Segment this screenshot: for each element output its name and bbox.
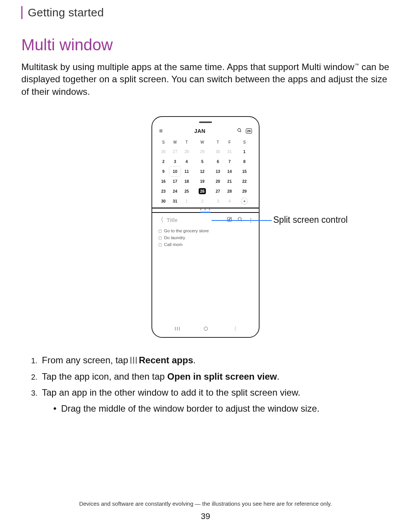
intro-paragraph: Multitask by using multiple apps at the … [21, 61, 390, 98]
recents-nav-icon[interactable] [174, 326, 180, 332]
calendar-day[interactable]: 2 [158, 157, 169, 166]
calendar-dow: W [193, 138, 212, 147]
split-handle-icon: • • • [200, 209, 211, 211]
calendar-day[interactable]: 25 [181, 186, 193, 196]
page-number: 39 [0, 511, 411, 521]
intro-pre: Multitask by using multiple apps at the … [21, 62, 354, 72]
notes-app: 〈 Title ⋮ Go to the grocery storeDo laun… [155, 213, 256, 323]
calendar-day[interactable]: 3 [212, 196, 224, 206]
system-navbar: 〈 [155, 323, 256, 334]
section-header: Getting started [21, 6, 390, 19]
calendar-day[interactable]: 21 [224, 176, 236, 186]
calendar-day[interactable]: 1 [236, 147, 254, 157]
phone-mockup: ≡ JAN 26 SMTWTFS 26272829303112345678910… [151, 116, 260, 338]
step-1: From any screen, tapRecent apps. [40, 353, 390, 367]
calendar-day[interactable]: 28 [181, 147, 193, 157]
recent-apps-icon [130, 356, 137, 364]
calendar-day[interactable]: 4 [224, 196, 236, 206]
calendar-day[interactable]: 31 [169, 196, 181, 206]
step-2: Tap the app icon, and then tap Open in s… [40, 369, 390, 384]
calendar-dow: M [169, 138, 181, 147]
calendar-day[interactable]: 28 [224, 186, 236, 196]
calendar-day[interactable]: 6 [212, 157, 224, 166]
footer-disclaimer: Devices and software are constantly evol… [0, 500, 411, 507]
calendar-dow: F [224, 138, 236, 147]
calendar-day[interactable]: 16 [158, 176, 169, 186]
calendar-day[interactable]: 23 [158, 186, 169, 196]
calendar-day[interactable]: 24 [169, 186, 181, 196]
svg-line-1 [240, 131, 241, 132]
calendar-day[interactable]: 18 [181, 176, 193, 186]
calendar-day[interactable]: 20 [212, 176, 224, 186]
note-checklist: Go to the grocery storeDo laundryCall mo… [158, 226, 253, 249]
calendar-day[interactable]: 12 [193, 166, 212, 176]
page-title: Multi window [21, 36, 390, 54]
calendar-day[interactable]: 27 [212, 186, 224, 196]
calendar-dow: T [212, 138, 224, 147]
calendar-dow: S [158, 138, 169, 147]
calendar-day[interactable]: 4 [181, 157, 193, 166]
back-icon[interactable]: 〈 [158, 216, 164, 224]
back-nav-icon[interactable]: 〈 [231, 326, 237, 332]
callout-label: Split screen control [273, 215, 348, 225]
calendar-day[interactable]: + [236, 196, 254, 206]
calendar-day[interactable]: 8 [236, 157, 254, 166]
calendar-day[interactable]: 1 [181, 196, 193, 206]
svg-point-8 [204, 327, 207, 330]
checklist-item[interactable]: Go to the grocery store [158, 228, 253, 235]
calendar-day[interactable]: 19 [193, 176, 212, 186]
step-3-substeps: Drag the middle of the window border to … [53, 401, 390, 416]
calendar-grid: SMTWTFS 26272829303112345678910111213141… [158, 138, 253, 206]
calendar-dow: T [181, 138, 193, 147]
calendar-day[interactable]: 30 [158, 196, 169, 206]
calendar-day[interactable]: 5 [193, 157, 212, 166]
search-icon[interactable] [237, 128, 242, 134]
calendar-day[interactable]: 3 [169, 157, 181, 166]
calendar-day[interactable]: 22 [236, 176, 254, 186]
step-3: Tap an app in the other window to add it… [40, 385, 390, 416]
calendar-day[interactable]: 9 [158, 166, 169, 176]
calendar-day[interactable]: 7 [224, 157, 236, 166]
breadcrumb: Getting started [28, 6, 390, 19]
calendar-day[interactable]: 29 [236, 186, 254, 196]
split-screen-divider[interactable]: • • • [152, 208, 259, 213]
trademark-symbol: ™ [354, 62, 359, 68]
calendar-day[interactable]: 31 [224, 147, 236, 157]
calendar-day[interactable]: 30 [212, 147, 224, 157]
checklist-item[interactable]: Do laundry [158, 235, 253, 241]
step-3-sub-1: Drag the middle of the window border to … [53, 401, 390, 416]
calendar-month: JAN [194, 128, 206, 134]
calendar-dow: S [236, 138, 254, 147]
calendar-day[interactable]: 17 [169, 176, 181, 186]
calendar-day[interactable]: 14 [224, 166, 236, 176]
note-title-input[interactable]: Title [167, 217, 178, 223]
split-indicator-icon [201, 212, 210, 213]
home-nav-icon[interactable] [203, 326, 209, 332]
calendar-day[interactable]: 10 [169, 166, 181, 176]
checklist-item[interactable]: Call mom [158, 241, 253, 248]
calendar-day[interactable]: 29 [193, 147, 212, 157]
calendar-day[interactable]: 27 [169, 147, 181, 157]
instruction-steps: From any screen, tapRecent apps. Tap the… [40, 353, 390, 416]
callout-leader-line [212, 220, 272, 221]
svg-point-0 [238, 129, 241, 132]
calendar-day[interactable]: 13 [212, 166, 224, 176]
calendar-day[interactable]: 26 [158, 147, 169, 157]
today-button[interactable]: 26 [246, 128, 252, 134]
illustration-figure: ≡ JAN 26 SMTWTFS 26272829303112345678910… [21, 116, 390, 338]
calendar-day[interactable]: 26 [193, 186, 212, 196]
calendar-day[interactable]: 15 [236, 166, 254, 176]
earpiece-icon [199, 121, 212, 123]
calendar-app: ≡ JAN 26 SMTWTFS 26272829303112345678910… [155, 127, 256, 206]
calendar-day[interactable]: 2 [193, 196, 212, 206]
calendar-day[interactable]: 11 [181, 166, 193, 176]
menu-icon[interactable]: ≡ [159, 128, 162, 134]
